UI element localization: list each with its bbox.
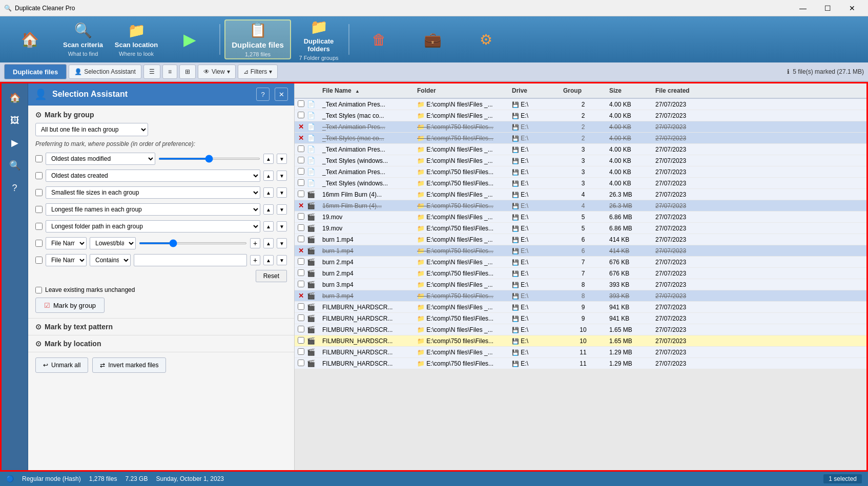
sidebar-play-button[interactable]: ▶ [5,133,25,153]
sidebar-home-button[interactable]: 🏠 [5,88,25,108]
maximize-button[interactable]: ☐ [816,0,839,16]
row-check[interactable] [295,360,307,368]
pref-down-created[interactable]: ▼ [277,171,287,181]
sidebar-image-button[interactable]: 🖼 [5,110,25,131]
pref-select-filename-contains2[interactable]: Contains [90,254,131,266]
row-check[interactable] [295,348,307,356]
briefcase-button[interactable]: 💼 [407,19,458,59]
pref-text-contains[interactable] [134,254,247,266]
selection-assistant-button[interactable]: 👤 Selection Assistant [69,65,141,79]
sidebar-help-button[interactable]: ? [5,178,25,198]
row-checkbox[interactable] [298,191,304,197]
delete-button[interactable]: 🗑 [354,19,405,59]
row-check[interactable]: ✕ [295,202,307,209]
home-button[interactable]: 🏠 [4,19,55,59]
pref-check-modified[interactable] [35,155,43,162]
table-row[interactable]: ✕ 📄 _Text Styles (mac co... 📁 E:\comp\75… [295,133,866,144]
pref-slider-filename[interactable] [139,242,247,244]
col-header-filename[interactable]: File Name ▲ [319,87,414,94]
filters-button[interactable]: ⊿ Filters ▾ [238,65,278,79]
table-row[interactable]: 🎬 FILMBURN_HARDSCR... 📁 E:\comp\N files\… [295,347,866,358]
table-row[interactable]: ✕ 📄 _Text Animation Pres... 📁 E:\comp\75… [295,121,866,133]
mark-by-location-title[interactable]: ⊙ Mark by location [35,340,287,348]
table-row[interactable]: 🎬 burn 2.mp4 📁 E:\comp\N files\Files _..… [295,257,866,268]
pref-up-created[interactable]: ▲ [263,171,274,181]
pref-select-filename-lowest2[interactable]: Lowest/blank [90,237,136,249]
row-check[interactable] [295,281,307,289]
pref-down-modified[interactable]: ▼ [277,154,287,164]
pref-add-filename-lowest[interactable]: + [250,238,260,248]
row-check[interactable] [295,224,307,233]
pref-select-filename-contains1[interactable]: File Name [46,254,87,266]
settings-button[interactable]: ⚙ [460,19,511,59]
row-checkbox[interactable] [298,258,304,265]
table-row[interactable]: 🎬 FILMBURN_HARDSCR... 📁 E:\comp\750 file… [295,335,866,347]
pref-check-longest-path[interactable] [35,223,43,230]
row-checkbox[interactable] [298,213,304,220]
minimize-button[interactable]: — [791,0,815,16]
pref-slider-modified[interactable] [158,158,261,160]
row-checkbox[interactable] [298,281,304,287]
col-header-size[interactable]: Size [606,87,652,94]
close-button[interactable]: ✕ [840,0,864,16]
row-check[interactable]: ✕ [295,247,307,255]
pref-up-longest-path[interactable]: ▲ [263,221,274,231]
table-row[interactable]: 📄 _Text Animation Pres... 📁 E:\comp\N fi… [295,144,866,155]
row-checkbox[interactable] [298,168,304,175]
pref-down-filename-lowest[interactable]: ▼ [277,238,287,248]
pref-select-longest-path[interactable]: Longest folder path in each group [46,220,260,233]
col-header-folder[interactable]: Folder [414,87,509,94]
pref-add-filename-contains[interactable]: + [250,255,260,265]
col-header-group[interactable]: Group [560,87,606,94]
row-checkbox[interactable] [298,236,304,242]
mark-by-group-button[interactable]: ☑ Mark by group [35,298,105,313]
panel-close-button[interactable]: ✕ [275,88,288,101]
row-check[interactable] [295,112,307,120]
pref-up-filename-contains[interactable]: ▲ [263,255,274,265]
row-checkbox[interactable] [298,314,304,321]
pref-check-smallest[interactable] [35,189,43,196]
grid-view-button[interactable]: ⊞ [179,65,196,79]
row-checkbox[interactable] [298,100,304,107]
pref-select-longest-names[interactable]: Longest file names in each group [46,203,260,216]
row-checkbox[interactable] [298,337,304,344]
list-view2-button[interactable]: ≡ [162,65,177,79]
col-header-created[interactable]: File created [652,87,714,94]
pref-check-filename-contains[interactable] [35,257,43,264]
mark-mode-select[interactable]: All but one file in each group All files… [35,123,148,136]
row-check[interactable] [295,236,307,244]
pref-select-filename-lowest1[interactable]: File Name [46,237,87,249]
row-check[interactable] [295,326,307,334]
row-check[interactable] [295,179,307,187]
row-check[interactable] [295,269,307,278]
table-row[interactable]: 📄 _Text Styles (mac co... 📁 E:\comp\N fi… [295,110,866,121]
pref-down-longest-names[interactable]: ▼ [277,204,287,215]
pref-up-smallest[interactable]: ▲ [263,187,274,198]
table-row[interactable]: 🎬 19.mov 📁 E:\comp\N files\Files _... 💾 … [295,212,866,223]
leave-unchanged-checkbox[interactable] [35,287,42,293]
pref-check-filename-lowest[interactable] [35,240,43,247]
view-button[interactable]: 👁 View ▾ [198,65,236,79]
table-row[interactable]: 📄 _Text Styles (windows... 📁 E:\comp\750… [295,178,866,189]
scan-location-button[interactable]: 📁 Scan location Where to look [111,19,162,59]
table-row[interactable]: 🎬 FILMBURN_HARDSCR... 📁 E:\comp\N files\… [295,302,866,313]
row-check[interactable] [295,258,307,266]
duplicate-folders-button[interactable]: 📁 Duplicate folders 7 Folder groups [293,19,344,59]
row-check[interactable] [295,145,307,154]
row-check[interactable] [295,191,307,199]
table-row[interactable]: ✕ 🎬 burn 3.mp4 📁 E:\comp\750 files\Files… [295,290,866,302]
pref-up-filename-lowest[interactable]: ▲ [263,238,274,248]
row-checkbox[interactable] [298,348,304,355]
pref-select-created[interactable]: Oldest dates created [46,170,260,182]
pref-select-smallest[interactable]: Smallest file sizes in each group [46,186,260,199]
row-check[interactable] [295,100,307,109]
table-row[interactable]: 🎬 19.mov 📁 E:\comp\750 files\Files... 💾 … [295,223,866,234]
row-checkbox[interactable] [298,157,304,163]
invert-button[interactable]: ⇄ Invert marked files [92,357,166,373]
pref-down-smallest[interactable]: ▼ [277,187,287,198]
row-check[interactable]: ✕ [295,292,307,300]
reset-button[interactable]: Reset [256,270,287,282]
unmark-all-button[interactable]: ↩ Unmark all [35,357,88,373]
pref-check-created[interactable] [35,172,43,179]
row-checkbox[interactable] [298,112,304,118]
